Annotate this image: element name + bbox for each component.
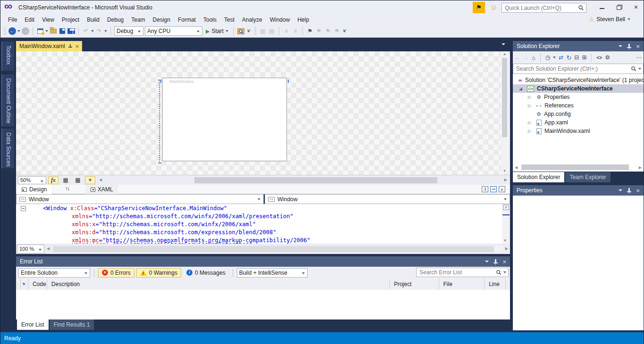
column-description[interactable]: Description xyxy=(47,278,390,290)
error-list-header[interactable]: Error List × xyxy=(16,256,510,267)
design-xaml-splitter[interactable]: Design ↑↓ XAML ⋯» xyxy=(16,185,510,194)
find-in-files-button[interactable] xyxy=(237,27,245,35)
undo-dropdown[interactable] xyxy=(91,30,94,32)
scroll-right-icon[interactable]: ▶ xyxy=(505,247,508,251)
pending-changes-filter-button[interactable]: ◷ xyxy=(545,54,550,61)
scroll-down-icon[interactable]: ▼ xyxy=(503,169,507,173)
pin-icon[interactable] xyxy=(627,188,631,193)
view-code-button[interactable]: <> xyxy=(596,55,602,60)
scroll-left-icon[interactable]: ◀ xyxy=(99,178,102,182)
sidebar-tab-toolbox[interactable]: Toolbox xyxy=(1,41,14,71)
expander-expanded-icon[interactable]: ◢ xyxy=(519,86,522,91)
tab-solution-explorer[interactable]: Solution Explorer xyxy=(513,172,564,182)
menu-build[interactable]: Build xyxy=(83,15,103,25)
swap-panes-button[interactable]: ↑↓ xyxy=(65,185,69,192)
window-position-dropdown[interactable] xyxy=(485,261,489,262)
tab-xaml[interactable]: XAML xyxy=(86,185,118,194)
solution-explorer-search[interactable] xyxy=(513,64,644,74)
menu-window[interactable]: Window xyxy=(266,15,294,25)
column-severity-icon[interactable]: ⚑ xyxy=(21,278,28,290)
quick-launch-input[interactable] xyxy=(502,5,578,11)
window-position-dropdown[interactable] xyxy=(619,45,622,47)
close-icon[interactable]: × xyxy=(502,259,506,264)
toolbar-grip[interactable] xyxy=(4,27,6,35)
tree-row-properties[interactable]: ▷ ⚙ Properties xyxy=(513,93,644,101)
menu-analyze[interactable]: Analyze xyxy=(238,15,266,25)
pin-icon[interactable] xyxy=(627,44,631,49)
editor-split-grip[interactable]: ↕ xyxy=(503,205,509,210)
search-options-dropdown[interactable] xyxy=(503,271,506,273)
collapse-all-button[interactable]: ⊟ xyxy=(574,54,579,61)
close-button[interactable]: × xyxy=(628,0,644,13)
menu-help[interactable]: Help xyxy=(293,15,313,25)
xaml-code-editor[interactable]: <Window x:Class="CSharpServiceNowInterfa… xyxy=(16,204,510,244)
column-code[interactable]: Code xyxy=(28,278,47,290)
scroll-right-icon[interactable]: ▶ xyxy=(504,178,507,182)
tree-row-references[interactable]: ▷ ▪-▪ References xyxy=(513,101,644,110)
scroll-left-icon[interactable]: ◀ xyxy=(515,166,518,170)
wpf-window-preview[interactable]: MainWindow xyxy=(162,78,287,161)
document-well-dropdown[interactable] xyxy=(502,43,505,45)
expander-collapsed-icon[interactable]: ▷ xyxy=(528,120,531,125)
editor-horizontal-scrollbar[interactable] xyxy=(52,246,503,252)
pin-icon[interactable] xyxy=(68,44,72,49)
collapse-pane-button[interactable]: ⋯» xyxy=(499,186,505,192)
sync-with-active-document-button[interactable]: ⇄ xyxy=(559,54,563,61)
errors-filter-button[interactable]: × 0 Errors xyxy=(98,268,134,278)
tree-row-mainwindow-xaml[interactable]: ▷ MainWindow.xaml xyxy=(513,127,644,135)
scroll-thumb[interactable] xyxy=(194,177,437,183)
messages-filter-button[interactable]: i 0 Messages xyxy=(183,268,229,278)
menu-design[interactable]: Design xyxy=(149,15,174,25)
tree-row-app-config[interactable]: ⚙ App.config xyxy=(513,110,644,118)
save-all-button[interactable] xyxy=(67,27,75,35)
scroll-left-icon[interactable]: ◀ xyxy=(47,247,50,251)
snap-to-snaplines-button[interactable]: + xyxy=(85,176,95,184)
menu-debug[interactable]: Debug xyxy=(103,15,127,25)
vertical-split-button[interactable] xyxy=(482,186,488,192)
scroll-up-icon[interactable]: ▲ xyxy=(503,52,507,56)
window-position-dropdown[interactable] xyxy=(619,189,622,191)
menu-tools[interactable]: Tools xyxy=(200,15,220,25)
solution-explorer-horizontal-scrollbar[interactable]: ◀ ▶ xyxy=(513,164,644,172)
properties-body[interactable] xyxy=(513,196,644,330)
signed-in-user[interactable]: ⚠ Steven Bell xyxy=(589,16,630,23)
restore-button[interactable] xyxy=(611,0,627,13)
scroll-thumb[interactable] xyxy=(521,164,629,170)
sidebar-tab-data-sources[interactable]: Data Sources xyxy=(1,129,14,168)
xaml-breadcrumb-right[interactable]: <> Window xyxy=(265,194,510,204)
document-tab-mainwindow-xaml[interactable]: MainWindow.xaml × xyxy=(16,41,82,51)
toolbar-overflow-button[interactable]: ⋯ xyxy=(636,54,642,61)
code-fold-collapse-icon[interactable] xyxy=(21,206,26,211)
scroll-down-icon[interactable]: ▼ xyxy=(504,239,506,243)
new-project-button[interactable] xyxy=(36,27,44,35)
new-project-dropdown[interactable] xyxy=(45,30,48,32)
designer-zoom-combo[interactable]: 50% xyxy=(18,176,46,184)
expander-collapsed-icon[interactable]: ▷ xyxy=(528,129,531,133)
navigate-back-button[interactable]: ← xyxy=(8,27,16,35)
column-line[interactable]: Line xyxy=(485,278,506,290)
menu-view[interactable]: View xyxy=(38,15,58,25)
tab-find-results-1[interactable]: Find Results 1 xyxy=(50,319,94,330)
close-icon[interactable]: × xyxy=(636,188,640,193)
expander-collapsed-icon[interactable]: ▷ xyxy=(528,95,531,99)
menu-file[interactable]: File xyxy=(4,15,21,25)
properties-header[interactable]: Properties × xyxy=(513,185,644,196)
refresh-button[interactable]: ↻ xyxy=(566,54,571,61)
designer-horizontal-scrollbar[interactable] xyxy=(105,177,502,183)
tab-team-explorer[interactable]: Team Explorer xyxy=(565,172,610,182)
scroll-thumb[interactable] xyxy=(502,58,507,137)
effects-toggle-button[interactable]: fx xyxy=(48,176,59,184)
error-source-combo[interactable]: Build + IntelliSense xyxy=(237,268,308,278)
tree-row-project[interactable]: ◢ C# CSharpServiceNowInterface xyxy=(513,84,644,93)
quick-launch-search[interactable] xyxy=(502,3,586,13)
menu-team[interactable]: Team xyxy=(127,15,149,25)
navigate-back-dropdown[interactable] xyxy=(17,30,20,32)
toolbar-options-button[interactable] xyxy=(247,30,251,33)
filter-dropdown[interactable] xyxy=(553,57,556,58)
close-icon[interactable]: × xyxy=(636,44,640,49)
expander-collapsed-icon[interactable]: ▷ xyxy=(528,103,531,108)
scroll-right-icon[interactable]: ▶ xyxy=(639,166,642,170)
show-grid-button[interactable]: ▦ xyxy=(60,176,71,184)
code-vertical-scrollbar[interactable]: ↕ ▼ xyxy=(502,204,510,244)
search-options-dropdown[interactable] xyxy=(638,68,641,70)
